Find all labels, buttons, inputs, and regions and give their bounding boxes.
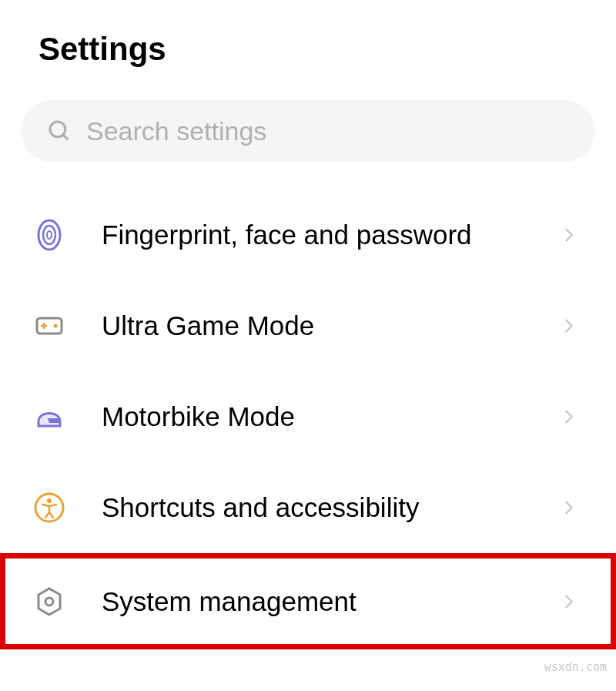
gear-hex-icon — [32, 585, 66, 619]
search-input[interactable] — [86, 116, 570, 146]
svg-point-0 — [50, 122, 65, 137]
svg-point-8 — [54, 324, 58, 328]
chevron-right-icon — [561, 408, 578, 425]
accessibility-icon — [32, 491, 66, 525]
row-label: Fingerprint, face and password — [102, 220, 561, 250]
row-ultra-game-mode[interactable]: Ultra Game Mode — [0, 280, 616, 371]
page-title: Settings — [0, 0, 616, 91]
row-shortcuts-accessibility[interactable]: Shortcuts and accessibility — [0, 462, 616, 553]
chevron-right-icon — [561, 499, 578, 516]
row-fingerprint-face-password[interactable]: Fingerprint, face and password — [0, 190, 616, 280]
svg-point-4 — [47, 231, 52, 239]
row-system-management[interactable]: System management — [0, 553, 616, 649]
row-motorbike-mode[interactable]: Motorbike Mode — [0, 371, 616, 462]
chevron-right-icon — [561, 593, 578, 610]
row-label: Shortcuts and accessibility — [102, 492, 561, 523]
svg-marker-11 — [38, 589, 60, 615]
row-label: Motorbike Mode — [102, 401, 561, 432]
watermark: wsxdn.com — [544, 660, 607, 674]
chevron-right-icon — [561, 317, 578, 334]
svg-point-10 — [47, 498, 52, 503]
row-label: System management — [102, 586, 561, 617]
svg-rect-5 — [37, 318, 62, 334]
row-label: Ultra Game Mode — [102, 310, 561, 341]
search-icon — [46, 118, 72, 144]
settings-list: Fingerprint, face and password Ultra Gam… — [0, 176, 616, 649]
chevron-right-icon — [561, 226, 578, 243]
svg-point-2 — [38, 220, 60, 250]
svg-line-1 — [63, 135, 68, 139]
fingerprint-icon — [32, 218, 66, 252]
gamepad-icon — [32, 309, 66, 343]
search-bar[interactable] — [22, 100, 594, 162]
helmet-icon — [32, 400, 66, 434]
svg-point-3 — [43, 226, 55, 244]
svg-point-12 — [45, 598, 53, 605]
